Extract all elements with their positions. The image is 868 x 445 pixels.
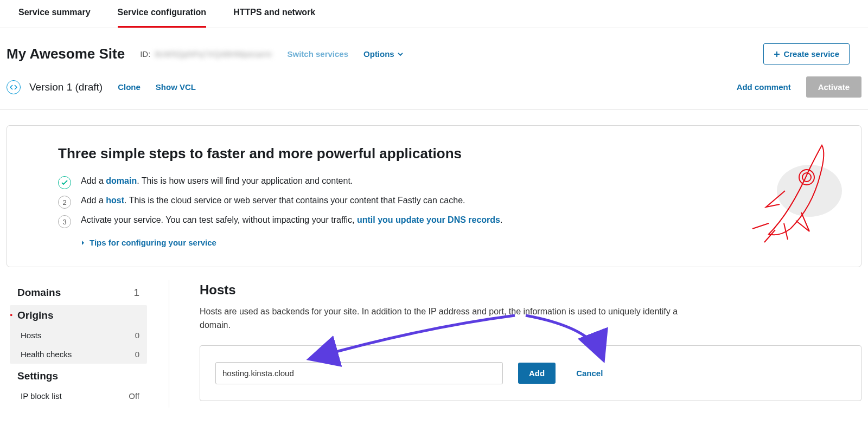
sidebar-item-health-checks[interactable]: Health checks 0	[10, 345, 147, 364]
add-comment-link[interactable]: Add comment	[737, 82, 791, 92]
service-header: My Awesome Site ID: 8cW5QphPq7XQ48HMpesa…	[0, 28, 868, 69]
step-2-text-post: . This is the cloud service or web serve…	[124, 196, 465, 205]
ip-block-label: IP block list	[21, 391, 62, 401]
show-vcl-link[interactable]: Show VCL	[156, 82, 196, 92]
origins-label: Origins	[17, 309, 54, 321]
hosts-count: 0	[135, 331, 139, 340]
sidebar-section-origins[interactable]: Origins	[10, 305, 147, 326]
sidebar-item-domains[interactable]: Domains 1	[10, 282, 147, 303]
step-1: Add a domain. This is how users will fin…	[58, 176, 818, 189]
main-panel: Hosts Hosts are used as backends for you…	[169, 280, 861, 408]
activate-button[interactable]: Activate	[806, 76, 861, 98]
switch-services-link[interactable]: Switch services	[287, 49, 348, 59]
step-1-text-pre: Add a	[81, 176, 106, 185]
svg-point-0	[777, 165, 842, 217]
code-icon	[7, 80, 21, 94]
check-icon	[58, 176, 71, 189]
host-link[interactable]: host	[106, 196, 124, 205]
add-host-card: Add Cancel	[200, 345, 861, 401]
domains-count: 1	[133, 287, 139, 299]
clone-link[interactable]: Clone	[118, 82, 141, 92]
step-3-number-icon: 3	[58, 215, 71, 228]
version-label: Version 1 (draft)	[29, 81, 103, 93]
plus-icon	[774, 51, 780, 57]
tab-service-configuration[interactable]: Service configuration	[118, 0, 207, 28]
tab-https-network[interactable]: HTTPS and network	[233, 0, 315, 28]
config-sidebar: Domains 1 Origins Hosts 0 Health checks …	[7, 280, 169, 408]
create-service-label: Create service	[783, 49, 839, 59]
step-2-text-pre: Add a	[81, 196, 106, 205]
step-2: 2 Add a host. This is the cloud service …	[58, 196, 818, 209]
cancel-link[interactable]: Cancel	[576, 369, 603, 378]
domains-label: Domains	[17, 287, 61, 299]
step-2-number-icon: 2	[58, 196, 71, 209]
hosts-label: Hosts	[21, 331, 41, 340]
content-area: Domains 1 Origins Hosts 0 Health checks …	[0, 267, 868, 408]
tips-link[interactable]: Tips for configuring your service	[81, 238, 818, 247]
id-value: 8cW5QphPq7XQ48HMpesarm	[155, 49, 272, 59]
domain-link[interactable]: domain	[106, 176, 137, 185]
step-3-text-post: .	[500, 215, 502, 224]
caret-right-icon	[81, 240, 85, 246]
service-title: My Awesome Site	[7, 46, 125, 62]
chevron-down-icon	[398, 51, 403, 57]
sidebar-item-ip-block-list[interactable]: IP block list Off	[10, 386, 147, 405]
options-label: Options	[363, 49, 394, 59]
tips-label: Tips for configuring your service	[90, 238, 216, 247]
sidebar-item-hosts[interactable]: Hosts 0	[10, 326, 147, 345]
step-3-text-pre: Activate your service. You can test safe…	[81, 215, 357, 224]
steps-title: Three simple steps to faster and more po…	[58, 145, 818, 162]
ip-block-value: Off	[129, 391, 139, 401]
sidebar-section-settings[interactable]: Settings	[10, 366, 147, 386]
step-3: 3 Activate your service. You can test sa…	[58, 215, 818, 228]
onboarding-steps-card: Three simple steps to faster and more po…	[7, 125, 861, 267]
main-tabs: Service summary Service configuration HT…	[0, 0, 868, 28]
host-address-input[interactable]	[215, 362, 503, 384]
options-dropdown[interactable]: Options	[363, 49, 403, 59]
settings-label: Settings	[17, 370, 58, 382]
hosts-heading: Hosts	[200, 282, 861, 298]
health-label: Health checks	[21, 350, 72, 359]
version-row: Version 1 (draft) Clone Show VCL Add com…	[0, 69, 868, 110]
add-button[interactable]: Add	[518, 363, 556, 384]
hosts-description: Hosts are used as backends for your site…	[200, 305, 688, 332]
service-id: ID: 8cW5QphPq7XQ48HMpesarm	[140, 49, 272, 59]
create-service-button[interactable]: Create service	[763, 43, 850, 65]
rocket-icon	[736, 142, 845, 250]
dns-records-link[interactable]: until you update your DNS records	[357, 215, 500, 224]
id-label: ID:	[140, 49, 150, 59]
tab-service-summary[interactable]: Service summary	[18, 0, 91, 28]
health-count: 0	[135, 350, 139, 359]
step-1-text-post: . This is how users will find your appli…	[137, 176, 353, 185]
